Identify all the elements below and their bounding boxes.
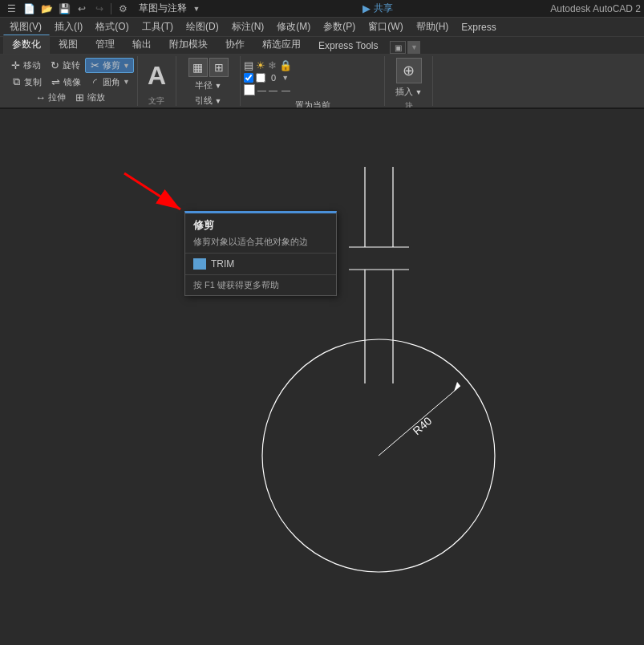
move-button[interactable]: ✛ 移动	[6, 58, 44, 73]
new-button[interactable]: 📄	[21, 2, 37, 16]
tab-view[interactable]: 视图	[50, 34, 87, 54]
tab-manage[interactable]: 管理	[87, 34, 124, 54]
move-label: 移动	[23, 59, 41, 71]
svg-marker-9	[454, 382, 460, 391]
layer-icons-row: ▤ ☀ ❄ 🔒	[244, 59, 381, 71]
layer-dropdown-arrow[interactable]: ▼	[281, 74, 289, 82]
menu-view[interactable]: 视图(V)	[3, 18, 48, 36]
layout-icon[interactable]: ▣	[390, 41, 406, 54]
tab-express-tools[interactable]: Express Tools	[310, 37, 387, 54]
menu-help[interactable]: 帮助(H)	[410, 18, 456, 36]
tab-parametric[interactable]: 参数化	[3, 34, 50, 54]
menu-params[interactable]: 参数(P)	[317, 18, 362, 36]
menu-format[interactable]: 格式(O)	[89, 18, 135, 36]
ribbon-group-text: A 文字	[138, 56, 176, 106]
ribbon-group-annotation: ▦ ⊞ 半径 ▼ 引线 ▼ 标注	[176, 56, 241, 106]
rotate-button[interactable]: ↻ 旋转	[46, 58, 83, 73]
mirror-icon: ⇌	[50, 76, 61, 88]
layer-controls: ▤ ☀ ❄ 🔒 0 ▼ — — —	[244, 58, 381, 97]
undo-button[interactable]: ↩	[74, 2, 90, 16]
layer-check1[interactable]	[244, 73, 253, 83]
annotation-row2: 半径 ▼	[192, 79, 225, 92]
layer-props-icon[interactable]: ▤	[244, 59, 253, 71]
menu-button[interactable]: ☰	[3, 2, 19, 16]
leader-label: 引线	[195, 95, 213, 107]
tooltip-command-row: TRIM	[185, 254, 336, 275]
stretch-label: 拉伸	[48, 91, 66, 103]
tooltip-title: 修剪	[185, 213, 336, 234]
fillet-icon: ◜	[89, 76, 100, 88]
annotation-row1: ▦ ⊞	[188, 58, 229, 77]
mirror-label: 镜像	[63, 76, 81, 88]
document-title: 草图与注释	[139, 2, 187, 15]
menu-modify[interactable]: 修改(M)	[270, 18, 317, 36]
layer-color-row: — — —	[244, 84, 381, 95]
settings-icon[interactable]: ⚙	[115, 2, 131, 16]
tab-addons[interactable]: 附加模块	[160, 34, 217, 54]
insert-label: 插入	[395, 86, 413, 98]
scale-label: 缩放	[87, 91, 105, 103]
text-button[interactable]: A	[141, 58, 172, 94]
copy-button[interactable]: ⧉ 复制	[7, 75, 45, 89]
annotation-row3: 引线 ▼	[192, 94, 225, 108]
leader-button[interactable]: 引线 ▼	[192, 94, 225, 108]
share-label[interactable]: 共享	[374, 2, 393, 15]
layer-check2[interactable]	[256, 73, 265, 83]
canvas-area: R40 修剪 修剪对象以适合其他对象的边 TRIM 按 F1 键获得更多帮助	[0, 109, 644, 642]
lineweight-label: —	[280, 85, 292, 95]
menu-insert[interactable]: 插入(I)	[48, 18, 89, 36]
mirror-button[interactable]: ⇌ 镜像	[47, 75, 84, 89]
layer-on-icon[interactable]: ☀	[256, 59, 265, 71]
table-button[interactable]: ⊞	[209, 58, 229, 77]
match-layer-label: 置为当前	[295, 99, 330, 109]
match-layer-button[interactable]: 置为当前	[292, 99, 334, 109]
insert-block-button[interactable]: ⊕	[396, 58, 422, 83]
trim-dropdown[interactable]: ▼	[123, 62, 130, 70]
stretch-button[interactable]: ↔ 拉伸	[31, 91, 69, 104]
radius-button[interactable]: 半径 ▼	[192, 79, 225, 92]
modify-buttons-bottom: ⧉ 复制 ⇌ 镜像 ◜ 圆角 ▼	[7, 75, 133, 89]
menu-dimension[interactable]: 标注(N)	[225, 18, 271, 36]
tooltip-popup: 修剪 修剪对象以适合其他对象的边 TRIM 按 F1 键获得更多帮助	[184, 211, 337, 296]
trim-button[interactable]: ✂ 修剪 ▼	[85, 58, 134, 73]
drawing-canvas[interactable]: R40	[0, 109, 644, 642]
fillet-dropdown[interactable]: ▼	[123, 78, 130, 86]
menu-express[interactable]: Express	[455, 19, 502, 35]
hatch-button[interactable]: ▦	[188, 58, 208, 77]
menu-window[interactable]: 窗口(W)	[362, 18, 409, 36]
scale-button[interactable]: ⊞ 缩放	[71, 91, 108, 104]
radius-label: 半径	[195, 79, 213, 91]
radius-dropdown[interactable]: ▼	[215, 82, 222, 90]
menu-draw[interactable]: 绘图(D)	[180, 18, 225, 36]
leader-dropdown[interactable]: ▼	[215, 97, 222, 105]
dropdown-small[interactable]: ▼	[407, 41, 420, 54]
dropdown-arrow[interactable]: ▼	[188, 2, 205, 16]
insert-label-btn[interactable]: 插入 ▼	[392, 85, 426, 99]
tab-collab[interactable]: 协作	[217, 34, 253, 54]
open-button[interactable]: 📂	[38, 2, 55, 16]
layer-buttons: 置为当前 匹配图层	[292, 99, 334, 109]
text-label: 文字	[148, 94, 164, 107]
tab-output[interactable]: 输出	[124, 34, 160, 54]
layer-lock-icon[interactable]: 🔒	[279, 59, 292, 71]
app-title: Autodesk AutoCAD 2	[550, 3, 641, 14]
modify-buttons-top: ✛ 移动 ↻ 旋转 ✂ 修剪 ▼	[6, 58, 134, 73]
layer-check-row: 0 ▼	[244, 73, 381, 83]
trim-icon: ✂	[89, 59, 100, 71]
tab-featured[interactable]: 精选应用	[253, 34, 310, 54]
block-buttons: ⊕ 插入 ▼	[392, 58, 426, 99]
insert-dropdown[interactable]: ▼	[415, 88, 423, 96]
tooltip-command: TRIM	[211, 258, 234, 270]
ribbon-tabs: 参数化 视图 管理 输出 附加模块 协作 精选应用 Express Tools …	[0, 37, 644, 55]
fillet-button[interactable]: ◜ 圆角 ▼	[86, 75, 133, 89]
menu-tools[interactable]: 工具(T)	[136, 18, 180, 36]
rotate-label: 旋转	[63, 59, 80, 71]
stretch-icon: ↔	[34, 91, 46, 103]
color-swatch[interactable]	[244, 84, 255, 95]
ribbon-group-modify-left: ✛ 移动 ↻ 旋转 ✂ 修剪 ▼ ⧉ 复制 ⇌ 镜像 ◜	[3, 56, 138, 106]
separator-1	[111, 3, 111, 14]
layer-freeze-icon[interactable]: ❄	[268, 59, 277, 71]
save-button[interactable]: 💾	[56, 2, 72, 16]
copy-icon: ⧉	[10, 75, 22, 88]
redo-button[interactable]: ↪	[91, 2, 107, 16]
